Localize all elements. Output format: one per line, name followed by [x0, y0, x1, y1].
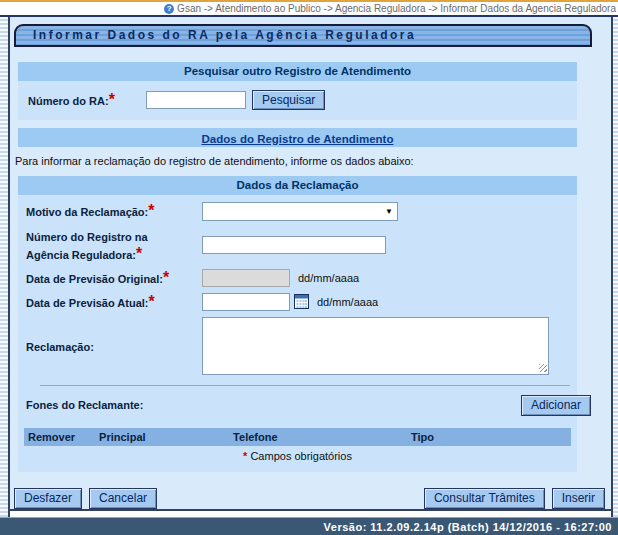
calendar-icon[interactable] [294, 294, 309, 309]
data-previsao-original-input [202, 269, 290, 287]
required-marker: * [148, 293, 154, 310]
page-title-bar: Informar Dados do RA pela Agência Regula… [14, 24, 592, 47]
app-window: ? Gsan -> Atendimento ao Publico -> Agen… [0, 0, 618, 535]
main-content: Informar Dados do RA pela Agência Regula… [10, 17, 611, 517]
required-marker: * [243, 450, 247, 462]
date-format-hint: dd/mm/aaaa [298, 272, 359, 284]
data-previsao-atual-input[interactable] [202, 293, 290, 311]
adicionar-button[interactable]: Adicionar [521, 395, 591, 416]
reclamacao-label: Reclamação: [26, 341, 94, 353]
left-stripe-decoration [0, 17, 8, 517]
numero-ra-row: Número do RA:* Pesquisar [18, 81, 577, 120]
version-text: Versão: 11.2.09.2.14p (Batch) 14/12/2016… [324, 521, 612, 533]
consultar-tramites-button[interactable]: Consultar Trâmites [424, 488, 545, 509]
numero-registro-agencia-input[interactable] [202, 236, 386, 254]
help-icon[interactable]: ? [164, 4, 174, 14]
phones-header-remover: Remover [24, 428, 95, 446]
required-marker: * [136, 245, 142, 262]
data-previsao-atual-label: Data de Previsão Atual: [26, 297, 148, 309]
required-marker: * [109, 91, 115, 108]
fones-reclamante-label: Fones do Reclamante: [26, 399, 143, 412]
phones-table-header-row: Remover Principal Telefone Tipo [24, 428, 571, 446]
motivo-reclamacao-select[interactable]: ▼ [202, 202, 398, 221]
dados-ra-band: Dados do Registro de Atendimento [18, 128, 577, 147]
phones-header-principal: Principal [95, 428, 229, 446]
required-note-text: Campos obrigatórios [250, 450, 352, 462]
date-format-hint: dd/mm/aaaa [317, 296, 378, 308]
motivo-row: Motivo da Reclamação:* ▼ [18, 195, 577, 224]
fones-row: Fones do Reclamante: Adicionar [18, 386, 577, 423]
phones-header-telefone: Telefone [229, 428, 407, 446]
cancelar-button[interactable]: Cancelar [89, 488, 157, 509]
right-stripe-decoration [613, 17, 618, 517]
search-section-header: Pesquisar outro Registro de Atendimento [18, 62, 577, 81]
phones-header-tipo: Tipo [407, 428, 571, 446]
resize-handle-icon[interactable] [539, 364, 547, 372]
instruction-text: Para informar a reclamação do registro d… [15, 155, 577, 167]
required-fields-note: * Campos obrigatórios [18, 446, 577, 472]
actions-row: Desfazer Cancelar Consultar Trâmites Ins… [14, 488, 605, 509]
page-frame: Informar Dados do RA pela Agência Regula… [0, 17, 618, 517]
complaint-section: Dados da Reclamação Motivo da Reclamação… [18, 176, 577, 472]
dados-ra-band-title: Dados do Registro de Atendimento [202, 133, 394, 145]
dropdown-arrow-icon: ▼ [385, 207, 393, 216]
desfazer-button[interactable]: Desfazer [14, 488, 82, 509]
data-previsao-original-row: Data de Previsão Original:* dd/mm/aaaa [18, 266, 577, 290]
reclamacao-row: Reclamação: [18, 314, 577, 378]
data-previsao-atual-row: Data de Previsão Atual:* [18, 290, 577, 314]
pesquisar-button[interactable]: Pesquisar [252, 90, 325, 110]
breadcrumb-bar: ? Gsan -> Atendimento ao Publico -> Agen… [0, 0, 618, 17]
breadcrumb[interactable]: Gsan -> Atendimento ao Publico -> Agenci… [177, 3, 616, 14]
numero-registro-row: Número do Registro na Agência Reguladora… [18, 224, 577, 266]
numero-registro-label-line2: Agência Reguladora: [26, 249, 136, 261]
data-previsao-original-label: Data de Previsão Original: [26, 273, 163, 285]
page-title: Informar Dados do RA pela Agência Regula… [33, 28, 416, 42]
phones-table: Remover Principal Telefone Tipo [24, 428, 571, 446]
reclamacao-textarea[interactable] [202, 317, 549, 375]
version-bar: Versão: 11.2.09.2.14p (Batch) 14/12/2016… [0, 517, 618, 535]
content-bottom-gap [10, 509, 611, 517]
required-marker: * [163, 269, 169, 286]
numero-registro-label: Número do Registro na [26, 231, 148, 243]
search-section: Pesquisar outro Registro de Atendimento … [18, 62, 577, 120]
motivo-label: Motivo da Reclamação: [26, 206, 148, 218]
required-marker: * [148, 202, 154, 219]
inserir-button[interactable]: Inserir [552, 488, 605, 509]
complaint-section-header: Dados da Reclamação [18, 176, 577, 195]
numero-ra-input[interactable] [146, 91, 246, 109]
numero-ra-label: Número do RA: [28, 95, 109, 107]
